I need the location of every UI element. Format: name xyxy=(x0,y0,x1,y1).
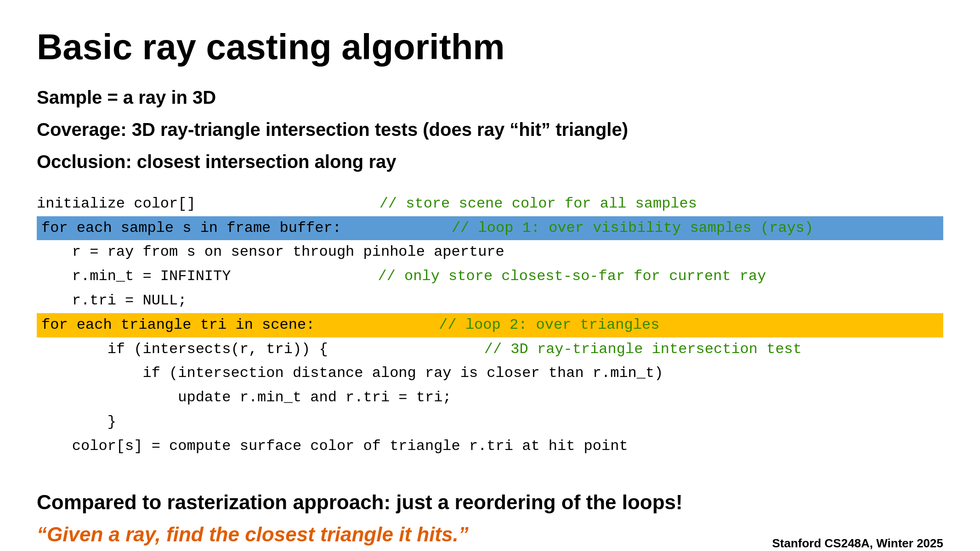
subtitle-occlusion: Occlusion: closest intersection along ra… xyxy=(37,150,943,174)
subtitle-sample: Sample = a ray in 3D xyxy=(37,85,943,109)
code-line-8: if (intersection distance along ray is c… xyxy=(37,361,943,386)
page-title: Basic ray casting algorithm xyxy=(37,28,943,67)
code-line-11: color[s] = compute surface color of tria… xyxy=(37,434,943,459)
code-line-10: } xyxy=(37,410,943,434)
code-block: initialize color[] // store scene color … xyxy=(37,192,943,459)
comparison-text: Compared to rasterization approach: just… xyxy=(37,491,943,514)
code-line-4: r.min_t = INFINITY // only store closest… xyxy=(37,264,943,289)
code-line-7: if (intersects(r, tri)) { // 3D ray-tria… xyxy=(37,337,943,362)
code-line-9: update r.min_t and r.tri = tri; xyxy=(37,386,943,410)
code-line-1: initialize color[] // store scene color … xyxy=(37,192,943,216)
code-line-2: for each sample s in frame buffer: // lo… xyxy=(37,216,943,241)
code-line-5: r.tri = NULL; xyxy=(37,289,943,313)
code-line-3: r = ray from s on sensor through pinhole… xyxy=(37,240,943,264)
code-line-6: for each triangle tri in scene: // loop … xyxy=(37,313,943,337)
subtitle-coverage: Coverage: 3D ray-triangle intersection t… xyxy=(37,118,943,141)
footer: Stanford CS248A, Winter 2025 xyxy=(772,536,943,551)
